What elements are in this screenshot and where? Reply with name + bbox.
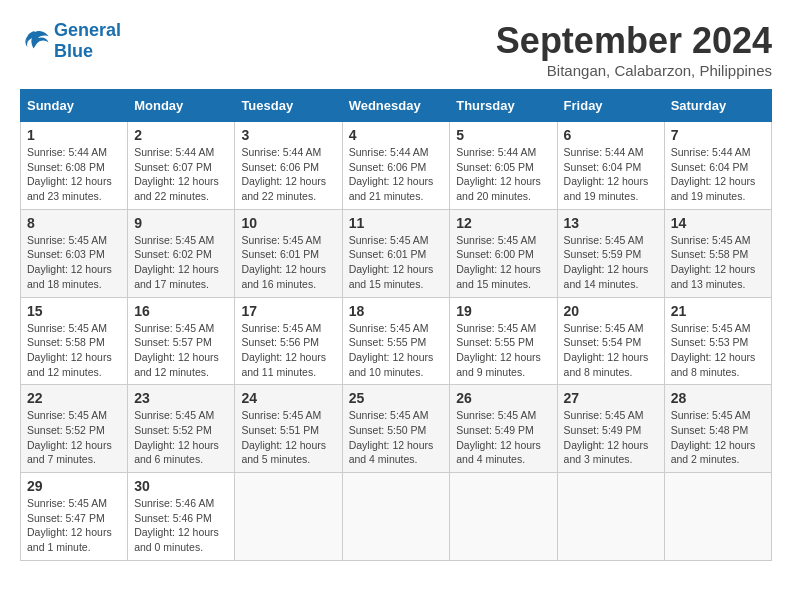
sunrise-label: Sunrise: 5:45 AM: [241, 234, 321, 246]
daylight-label: Daylight: 12 hours and 22 minutes.: [241, 175, 326, 202]
day-info: Sunrise: 5:45 AM Sunset: 5:52 PM Dayligh…: [27, 408, 121, 467]
day-info: Sunrise: 5:44 AM Sunset: 6:08 PM Dayligh…: [27, 145, 121, 204]
sunrise-label: Sunrise: 5:45 AM: [27, 234, 107, 246]
calendar-day-cell: 25 Sunrise: 5:45 AM Sunset: 5:50 PM Dayl…: [342, 385, 450, 473]
day-info: Sunrise: 5:45 AM Sunset: 5:55 PM Dayligh…: [456, 321, 550, 380]
sunrise-label: Sunrise: 5:45 AM: [134, 322, 214, 334]
sunset-label: Sunset: 6:01 PM: [349, 248, 427, 260]
day-info: Sunrise: 5:45 AM Sunset: 5:54 PM Dayligh…: [564, 321, 658, 380]
daylight-label: Daylight: 12 hours and 13 minutes.: [671, 263, 756, 290]
daylight-label: Daylight: 12 hours and 4 minutes.: [456, 439, 541, 466]
calendar-table: SundayMondayTuesdayWednesdayThursdayFrid…: [20, 89, 772, 561]
sunrise-label: Sunrise: 5:44 AM: [241, 146, 321, 158]
daylight-label: Daylight: 12 hours and 10 minutes.: [349, 351, 434, 378]
daylight-label: Daylight: 12 hours and 0 minutes.: [134, 526, 219, 553]
day-info: Sunrise: 5:45 AM Sunset: 6:01 PM Dayligh…: [349, 233, 444, 292]
day-info: Sunrise: 5:45 AM Sunset: 5:51 PM Dayligh…: [241, 408, 335, 467]
calendar-day-cell: 2 Sunrise: 5:44 AM Sunset: 6:07 PM Dayli…: [128, 122, 235, 210]
daylight-label: Daylight: 12 hours and 9 minutes.: [456, 351, 541, 378]
sunset-label: Sunset: 5:49 PM: [564, 424, 642, 436]
day-number: 27: [564, 390, 658, 406]
day-number: 10: [241, 215, 335, 231]
calendar-day-cell: [557, 473, 664, 561]
calendar-day-cell: 28 Sunrise: 5:45 AM Sunset: 5:48 PM Dayl…: [664, 385, 771, 473]
sunrise-label: Sunrise: 5:45 AM: [27, 409, 107, 421]
calendar-day-cell: 13 Sunrise: 5:45 AM Sunset: 5:59 PM Dayl…: [557, 209, 664, 297]
calendar-day-cell: 6 Sunrise: 5:44 AM Sunset: 6:04 PM Dayli…: [557, 122, 664, 210]
daylight-label: Daylight: 12 hours and 1 minute.: [27, 526, 112, 553]
sunset-label: Sunset: 5:46 PM: [134, 512, 212, 524]
sunset-label: Sunset: 5:52 PM: [134, 424, 212, 436]
sunrise-label: Sunrise: 5:45 AM: [241, 409, 321, 421]
day-number: 14: [671, 215, 765, 231]
sunrise-label: Sunrise: 5:45 AM: [564, 322, 644, 334]
day-number: 21: [671, 303, 765, 319]
weekday-header-row: SundayMondayTuesdayWednesdayThursdayFrid…: [21, 90, 772, 122]
day-number: 23: [134, 390, 228, 406]
daylight-label: Daylight: 12 hours and 17 minutes.: [134, 263, 219, 290]
day-info: Sunrise: 5:44 AM Sunset: 6:06 PM Dayligh…: [349, 145, 444, 204]
calendar-week-row: 22 Sunrise: 5:45 AM Sunset: 5:52 PM Dayl…: [21, 385, 772, 473]
day-number: 30: [134, 478, 228, 494]
weekday-header-cell: Wednesday: [342, 90, 450, 122]
day-number: 7: [671, 127, 765, 143]
weekday-header-cell: Saturday: [664, 90, 771, 122]
day-info: Sunrise: 5:45 AM Sunset: 5:48 PM Dayligh…: [671, 408, 765, 467]
day-number: 22: [27, 390, 121, 406]
sunset-label: Sunset: 5:50 PM: [349, 424, 427, 436]
daylight-label: Daylight: 12 hours and 22 minutes.: [134, 175, 219, 202]
sunset-label: Sunset: 5:55 PM: [349, 336, 427, 348]
sunrise-label: Sunrise: 5:44 AM: [456, 146, 536, 158]
day-info: Sunrise: 5:45 AM Sunset: 5:49 PM Dayligh…: [564, 408, 658, 467]
sunrise-label: Sunrise: 5:46 AM: [134, 497, 214, 509]
daylight-label: Daylight: 12 hours and 2 minutes.: [671, 439, 756, 466]
calendar-day-cell: 12 Sunrise: 5:45 AM Sunset: 6:00 PM Dayl…: [450, 209, 557, 297]
day-number: 25: [349, 390, 444, 406]
sunrise-label: Sunrise: 5:45 AM: [134, 409, 214, 421]
sunrise-label: Sunrise: 5:45 AM: [671, 322, 751, 334]
sunset-label: Sunset: 5:54 PM: [564, 336, 642, 348]
sunrise-label: Sunrise: 5:45 AM: [456, 409, 536, 421]
calendar-day-cell: 19 Sunrise: 5:45 AM Sunset: 5:55 PM Dayl…: [450, 297, 557, 385]
day-number: 2: [134, 127, 228, 143]
sunrise-label: Sunrise: 5:44 AM: [349, 146, 429, 158]
day-info: Sunrise: 5:44 AM Sunset: 6:04 PM Dayligh…: [671, 145, 765, 204]
sunset-label: Sunset: 5:53 PM: [671, 336, 749, 348]
calendar-day-cell: [450, 473, 557, 561]
day-number: 3: [241, 127, 335, 143]
calendar-day-cell: 29 Sunrise: 5:45 AM Sunset: 5:47 PM Dayl…: [21, 473, 128, 561]
sunrise-label: Sunrise: 5:45 AM: [349, 409, 429, 421]
sunset-label: Sunset: 5:48 PM: [671, 424, 749, 436]
sunset-label: Sunset: 6:01 PM: [241, 248, 319, 260]
calendar-day-cell: 1 Sunrise: 5:44 AM Sunset: 6:08 PM Dayli…: [21, 122, 128, 210]
daylight-label: Daylight: 12 hours and 8 minutes.: [671, 351, 756, 378]
day-number: 1: [27, 127, 121, 143]
sunset-label: Sunset: 6:00 PM: [456, 248, 534, 260]
calendar-week-row: 8 Sunrise: 5:45 AM Sunset: 6:03 PM Dayli…: [21, 209, 772, 297]
daylight-label: Daylight: 12 hours and 16 minutes.: [241, 263, 326, 290]
weekday-header-cell: Thursday: [450, 90, 557, 122]
calendar-day-cell: 15 Sunrise: 5:45 AM Sunset: 5:58 PM Dayl…: [21, 297, 128, 385]
sunrise-label: Sunrise: 5:45 AM: [27, 497, 107, 509]
calendar-day-cell: 27 Sunrise: 5:45 AM Sunset: 5:49 PM Dayl…: [557, 385, 664, 473]
sunrise-label: Sunrise: 5:45 AM: [671, 234, 751, 246]
sunset-label: Sunset: 6:08 PM: [27, 161, 105, 173]
sunrise-label: Sunrise: 5:44 AM: [27, 146, 107, 158]
daylight-label: Daylight: 12 hours and 4 minutes.: [349, 439, 434, 466]
daylight-label: Daylight: 12 hours and 6 minutes.: [134, 439, 219, 466]
calendar-day-cell: 3 Sunrise: 5:44 AM Sunset: 6:06 PM Dayli…: [235, 122, 342, 210]
calendar-day-cell: 22 Sunrise: 5:45 AM Sunset: 5:52 PM Dayl…: [21, 385, 128, 473]
day-number: 13: [564, 215, 658, 231]
daylight-label: Daylight: 12 hours and 11 minutes.: [241, 351, 326, 378]
sunrise-label: Sunrise: 5:45 AM: [349, 234, 429, 246]
sunset-label: Sunset: 5:49 PM: [456, 424, 534, 436]
daylight-label: Daylight: 12 hours and 19 minutes.: [564, 175, 649, 202]
calendar-day-cell: [342, 473, 450, 561]
sunrise-label: Sunrise: 5:44 AM: [564, 146, 644, 158]
sunset-label: Sunset: 5:58 PM: [671, 248, 749, 260]
daylight-label: Daylight: 12 hours and 15 minutes.: [349, 263, 434, 290]
day-info: Sunrise: 5:45 AM Sunset: 5:59 PM Dayligh…: [564, 233, 658, 292]
weekday-header-cell: Friday: [557, 90, 664, 122]
calendar-day-cell: [235, 473, 342, 561]
day-info: Sunrise: 5:46 AM Sunset: 5:46 PM Dayligh…: [134, 496, 228, 555]
